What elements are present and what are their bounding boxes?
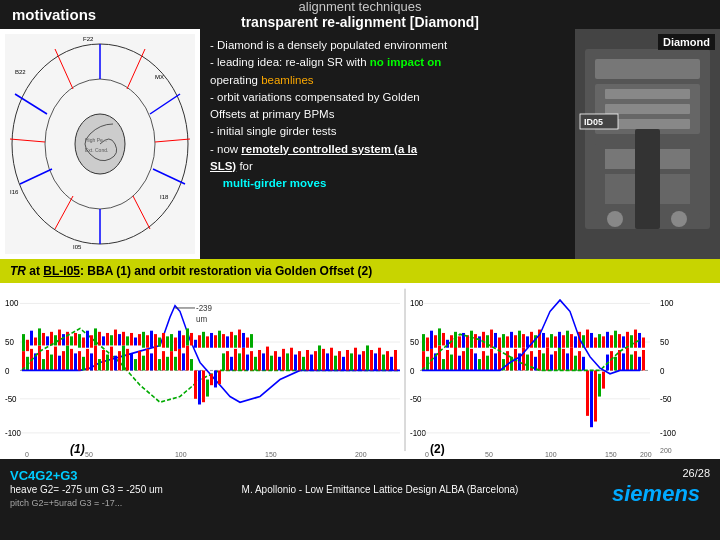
svg-rect-267	[602, 372, 605, 389]
svg-rect-123	[86, 331, 89, 348]
svg-rect-277	[642, 350, 645, 370]
svg-rect-282	[438, 328, 441, 345]
svg-rect-110	[126, 349, 129, 371]
svg-rect-168	[266, 347, 269, 371]
svg-rect-258	[566, 353, 569, 370]
multi-girder: multi-girder moves	[210, 175, 565, 192]
svg-rect-177	[302, 357, 305, 371]
svg-rect-195	[374, 353, 377, 370]
svg-rect-90	[58, 330, 61, 346]
svg-rect-233	[466, 345, 469, 370]
svg-rect-218	[238, 330, 241, 348]
svg-rect-189	[350, 353, 353, 370]
svg-rect-163	[246, 355, 249, 371]
svg-rect-209	[202, 332, 205, 348]
accelerator-diagram-svg: F22 MX B22 I16 I18 I05 High Pe... Ext. C…	[5, 34, 195, 254]
svg-text:0: 0	[425, 449, 429, 459]
vc4g2g3-block: VC4G2+G3 heave G2= -275 um G3 = -250 um …	[10, 468, 170, 510]
svg-rect-298	[502, 334, 505, 348]
svg-rect-29	[605, 104, 690, 114]
svg-rect-202	[174, 338, 177, 352]
bullet3b: Offsets at primary BPMs	[210, 106, 565, 123]
svg-text:-100: -100	[5, 428, 21, 439]
svg-rect-232	[462, 351, 465, 370]
svg-rect-129	[110, 335, 113, 345]
middle-text: - Diamond is a densely populated environ…	[200, 29, 575, 259]
svg-rect-91	[62, 334, 65, 345]
svg-rect-153	[206, 380, 209, 397]
svg-rect-132	[122, 332, 125, 346]
svg-rect-103	[98, 359, 101, 370]
svg-rect-316	[574, 336, 577, 347]
svg-rect-322	[598, 334, 601, 348]
svg-rect-315	[570, 334, 573, 348]
svg-rect-269	[610, 351, 613, 370]
svg-text:siemens: siemens	[612, 481, 700, 506]
svg-text:50: 50	[85, 449, 93, 459]
svg-rect-120	[166, 357, 169, 371]
svg-rect-81	[22, 334, 25, 351]
svg-rect-152	[202, 370, 205, 402]
svg-rect-113	[138, 351, 141, 370]
svg-rect-280	[430, 331, 433, 349]
right-image: ID05 Diamond	[575, 29, 720, 259]
svg-text:ID05: ID05	[584, 117, 603, 127]
svg-rect-220	[246, 338, 249, 348]
svg-rect-257	[562, 349, 565, 371]
svg-rect-182	[322, 349, 325, 371]
svg-rect-274	[630, 355, 633, 371]
svg-rect-261	[578, 351, 581, 370]
svg-rect-292	[478, 336, 481, 347]
siemens-logo-svg: siemens	[610, 479, 710, 507]
svg-rect-327	[618, 334, 621, 348]
svg-rect-130	[114, 330, 117, 346]
svg-rect-194	[370, 350, 373, 370]
svg-rect-126	[98, 332, 101, 346]
svg-rect-82	[26, 340, 29, 351]
svg-rect-169	[270, 356, 273, 371]
header-title: alignment techniques transparent re-alig…	[241, 0, 479, 30]
svg-rect-213	[218, 331, 221, 348]
svg-rect-140	[154, 334, 157, 346]
svg-rect-263	[586, 370, 589, 415]
svg-rect-308	[542, 333, 545, 348]
svg-rect-145	[174, 357, 177, 371]
svg-rect-116	[150, 353, 153, 370]
svg-rect-167	[262, 353, 265, 370]
svg-rect-135	[134, 338, 137, 346]
svg-text:B22: B22	[15, 69, 26, 75]
svg-text:200: 200	[355, 449, 367, 459]
svg-text:(1): (1)	[70, 441, 85, 457]
svg-rect-71	[38, 345, 41, 370]
svg-rect-174	[290, 348, 293, 371]
svg-rect-101	[90, 353, 93, 370]
tr-label: TR at BL-I05: BBA (1) and orbit restorat…	[10, 264, 372, 278]
svg-rect-187	[342, 357, 345, 371]
svg-rect-148	[186, 345, 189, 370]
svg-rect-26	[595, 59, 700, 79]
svg-rect-320	[590, 333, 593, 348]
svg-rect-271	[618, 350, 621, 370]
bullet1: - Diamond is a densely populated environ…	[210, 37, 565, 54]
svg-rect-141	[158, 338, 161, 347]
svg-rect-310	[550, 334, 553, 348]
svg-rect-158	[226, 351, 229, 370]
svg-rect-154	[210, 374, 213, 385]
svg-rect-226	[438, 345, 441, 370]
bullet5b: SLS) for	[210, 158, 565, 175]
svg-rect-236	[478, 359, 481, 370]
svg-rect-179	[310, 355, 313, 371]
svg-rect-107	[114, 356, 117, 371]
svg-rect-270	[614, 357, 617, 371]
page-number: 26/28	[590, 467, 710, 479]
svg-rect-275	[634, 351, 637, 370]
svg-rect-192	[362, 351, 365, 370]
vc-detail: heave G2= -275 um G3 = -250 um	[10, 483, 170, 497]
svg-rect-139	[150, 331, 153, 348]
svg-rect-159	[230, 357, 233, 371]
svg-rect-186	[338, 351, 341, 370]
svg-rect-259	[570, 348, 573, 371]
svg-rect-117	[154, 347, 157, 371]
svg-text:100: 100	[410, 297, 424, 308]
apollonio-text: M. Apollonio - Low Emittance Lattice Des…	[170, 484, 590, 495]
